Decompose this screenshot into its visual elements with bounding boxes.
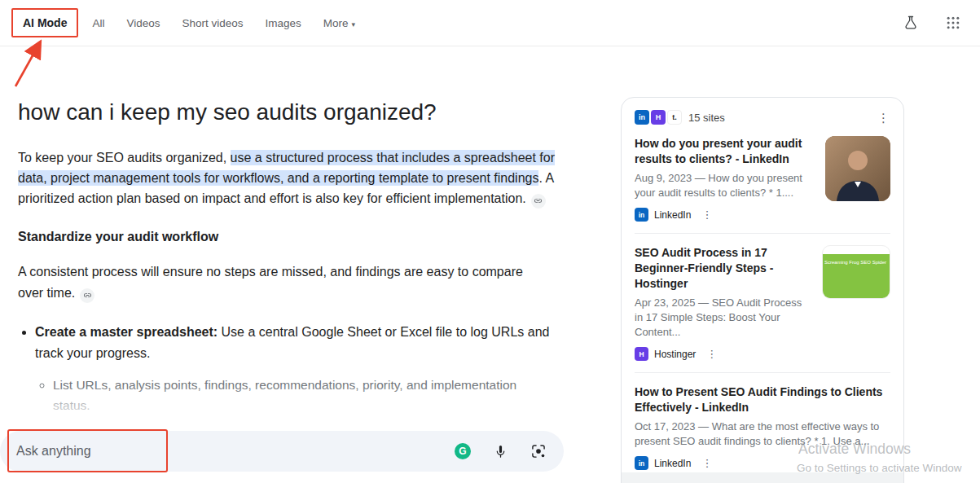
chevron-down-icon: ▾ — [352, 20, 356, 29]
tab-all[interactable]: All — [92, 17, 104, 29]
sources-card: in H t. 15 sites ⋮ How do you present yo… — [621, 97, 904, 483]
hostinger-icon: H — [635, 347, 648, 361]
labs-flask-icon[interactable] — [902, 14, 920, 32]
citation-link-icon[interactable] — [80, 288, 94, 303]
tab-ai-mode[interactable]: AI Mode — [23, 16, 67, 29]
search-tabs-bar: AI Mode All Videos Short videos Images M… — [0, 0, 980, 46]
ask-bar-icons: G — [455, 442, 547, 460]
result-snippet: Apr 23, 2025 — SEO Audit Process in 17 S… — [635, 296, 812, 340]
answer-intro: To keep your SEO audits organized, use a… — [18, 147, 559, 209]
card-overflow-menu-icon[interactable]: ⋮ — [877, 112, 890, 124]
result-title[interactable]: How to Present SEO Audit Findings to Cli… — [635, 384, 890, 415]
ai-mode-annotation-box: AI Mode — [11, 8, 78, 37]
result-overflow-menu-icon[interactable]: ⋮ — [701, 209, 712, 221]
section-body: A consistent process will ensure no step… — [18, 261, 546, 304]
section-heading: Standardize your audit workflow — [18, 230, 562, 244]
tab-videos[interactable]: Videos — [126, 17, 160, 29]
divider — [635, 233, 890, 234]
result-source-row: in LinkedIn ⋮ — [635, 208, 815, 222]
source-result[interactable]: How to Present SEO Audit Findings to Cli… — [635, 384, 890, 470]
source-result[interactable]: SEO Audit Process in 17 Beginner-Friendl… — [635, 245, 890, 361]
site-favicon: t. — [667, 110, 682, 125]
sites-count: 15 sites — [688, 112, 725, 124]
tab-list: All Videos Short videos Images More▾ — [92, 17, 355, 29]
ask-input[interactable]: Ask anything — [16, 444, 455, 459]
result-source-row: H Hostinger ⋮ — [635, 347, 812, 361]
bullet-item: Create a master spreadsheet: Use a centr… — [35, 322, 552, 415]
sources-card-header: in H t. 15 sites ⋮ — [635, 110, 890, 125]
show-all-button[interactable]: Show all — [622, 472, 903, 483]
sub-bullet-list: List URLs, analysis points, findings, re… — [35, 375, 552, 415]
answer-bullet-list: Create a master spreadsheet: Use a centr… — [18, 322, 552, 415]
source-result[interactable]: How do you present your audit results to… — [635, 136, 890, 222]
tab-short-videos[interactable]: Short videos — [182, 17, 244, 29]
result-overflow-menu-icon[interactable]: ⋮ — [701, 457, 712, 469]
google-lens-icon[interactable] — [530, 442, 547, 460]
grammarly-icon[interactable]: G — [455, 443, 471, 459]
query-title: how can i keep my seo audits organized? — [18, 98, 562, 127]
divider — [635, 372, 890, 373]
result-thumbnail[interactable]: Screaming Frog SEO Spider — [822, 245, 890, 299]
microphone-icon[interactable] — [491, 442, 509, 460]
result-thumbnail[interactable] — [825, 136, 890, 201]
nav-right-icons — [902, 14, 962, 32]
source-name: Hostinger — [654, 349, 696, 360]
intro-pre: To keep your SEO audits organized, — [18, 151, 231, 165]
source-name: LinkedIn — [654, 209, 691, 221]
apps-grid-icon[interactable] — [944, 14, 962, 32]
linkedin-icon: in — [635, 208, 648, 222]
result-title[interactable]: How do you present your audit results to… — [635, 136, 815, 167]
page: AI Mode All Videos Short videos Images M… — [0, 0, 980, 483]
tab-more[interactable]: More▾ — [323, 17, 355, 29]
result-snippet: Aug 9, 2023 — How do you present your au… — [635, 171, 815, 200]
thumbnail-caption: Screaming Frog SEO Spider — [823, 254, 890, 298]
source-name: LinkedIn — [654, 458, 691, 469]
sub-bullet-item: List URLs, analysis points, findings, re… — [53, 375, 552, 415]
tab-images[interactable]: Images — [266, 17, 301, 29]
linkedin-icon: in — [635, 456, 648, 470]
result-source-row: in LinkedIn ⋮ — [635, 456, 890, 470]
result-snippet: Oct 17, 2023 — What are the most effecti… — [635, 419, 890, 449]
bullet-bold: Create a master spreadsheet: — [35, 325, 218, 339]
ask-anything-bar: Ask anything G — [0, 431, 564, 472]
citation-link-icon[interactable] — [531, 194, 546, 209]
linkedin-favicon: in — [635, 110, 649, 125]
result-overflow-menu-icon[interactable]: ⋮ — [706, 348, 717, 360]
result-title[interactable]: SEO Audit Process in 17 Beginner-Friendl… — [635, 245, 812, 292]
hostinger-favicon: H — [651, 110, 666, 125]
ai-answer-column: how can i keep my seo audits organized? … — [18, 98, 562, 415]
site-favicons: in H t. — [635, 110, 682, 125]
